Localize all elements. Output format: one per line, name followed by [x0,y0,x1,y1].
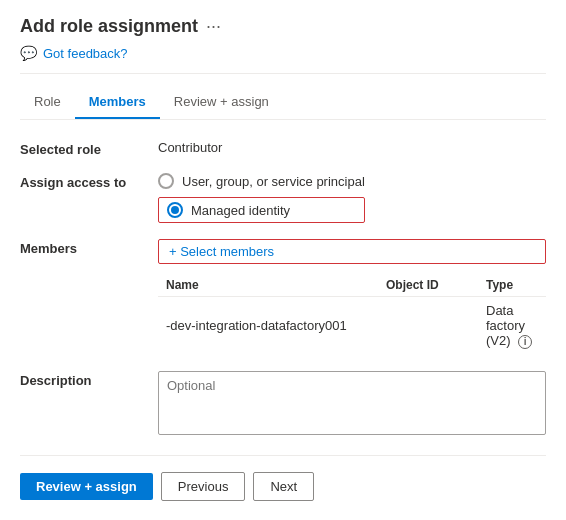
radio-user-group-input[interactable] [158,173,174,189]
page-container: Add role assignment ··· 💬 Got feedback? … [0,0,566,517]
radio-user-group-label: User, group, or service principal [182,174,365,189]
radio-option-managed-identity[interactable]: Managed identity [167,202,290,218]
ellipsis-menu-icon[interactable]: ··· [206,16,221,37]
select-members-button[interactable]: + Select members [158,239,546,264]
feedback-row: 💬 Got feedback? [20,45,546,74]
selected-role-label: Selected role [20,140,150,157]
tab-role[interactable]: Role [20,86,75,119]
type-info-icon[interactable]: i [518,335,532,349]
description-row: Description [20,371,546,435]
cell-name: -dev-integration-datafactory001 [158,297,378,355]
radio-managed-identity-input[interactable] [167,202,183,218]
radio-option-user-group[interactable]: User, group, or service principal [158,173,365,189]
feedback-link[interactable]: Got feedback? [43,46,128,61]
tab-members[interactable]: Members [75,86,160,119]
page-title: Add role assignment [20,16,198,37]
review-assign-button[interactable]: Review + assign [20,473,153,500]
footer-buttons: Review + assign Previous Next [20,472,546,501]
members-label: Members [20,239,150,256]
previous-button[interactable]: Previous [161,472,246,501]
col-header-objectid: Object ID [378,274,478,297]
assign-access-label: Assign access to [20,173,150,190]
header-row: Add role assignment ··· [20,16,546,37]
feedback-icon: 💬 [20,45,37,61]
cell-objectid [378,297,478,355]
members-table: Name Object ID Type -dev-integration-dat… [158,274,546,355]
managed-identity-box: Managed identity [158,197,365,223]
selected-role-row: Selected role Contributor [20,140,546,157]
cell-type: Data factory (V2) i [478,297,546,355]
selected-role-value: Contributor [158,140,222,155]
form-section: Selected role Contributor Assign access … [20,140,546,435]
members-row: Members + Select members Name Object ID … [20,239,546,355]
table-row: -dev-integration-datafactory001 Data fac… [158,297,546,355]
next-button[interactable]: Next [253,472,314,501]
description-textarea[interactable] [158,371,546,435]
radio-managed-identity-label: Managed identity [191,203,290,218]
radio-group: User, group, or service principal Manage… [158,173,365,223]
tabs-row: Role Members Review + assign [20,86,546,120]
col-header-name: Name [158,274,378,297]
tab-review-assign[interactable]: Review + assign [160,86,283,119]
col-header-type: Type [478,274,546,297]
table-header-row: Name Object ID Type [158,274,546,297]
assign-access-row: Assign access to User, group, or service… [20,173,546,223]
members-section: + Select members Name Object ID Type -de… [158,239,546,355]
description-label: Description [20,371,150,388]
footer-divider [20,455,546,456]
